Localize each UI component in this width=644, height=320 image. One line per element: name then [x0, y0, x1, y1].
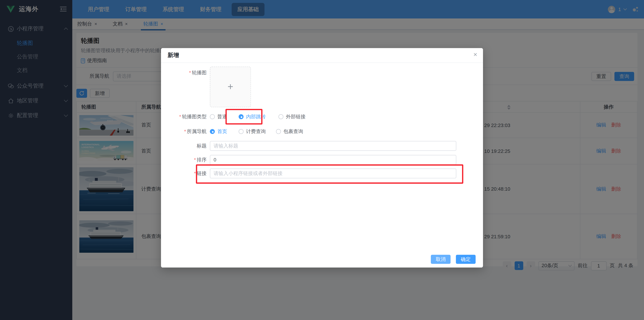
field-label: *所属导航 [161, 128, 206, 135]
required-mark: * [194, 170, 196, 176]
confirm-button[interactable]: 确定 [456, 255, 476, 264]
image-upload-box[interactable]: + [210, 67, 251, 107]
radio-checked-icon [210, 129, 215, 134]
radio-icon [239, 129, 244, 134]
radio-type-normal[interactable]: 普通 [210, 113, 227, 120]
radio-type-internal[interactable]: 内部跳转 [239, 113, 266, 120]
radio-icon [276, 129, 281, 134]
link-input[interactable] [210, 168, 456, 178]
dialog-header: 新增 [161, 48, 483, 63]
form-row-nav: *所属导航 首页 计费查询 包裹查询 [161, 127, 310, 136]
radio-nav-billing[interactable]: 计费查询 [239, 128, 266, 135]
form-row-image: *轮播图 + [161, 67, 251, 107]
app-root: 运海外 小程序管理 轮播图 公告管理 [0, 0, 644, 320]
required-mark: * [179, 114, 181, 119]
dialog-footer: 取消 确定 [431, 255, 476, 264]
dialog-title: 新增 [168, 52, 179, 59]
cancel-button[interactable]: 取消 [431, 255, 451, 264]
radio-type-external[interactable]: 外部链接 [278, 113, 306, 120]
field-label: *轮播图 [161, 70, 206, 77]
title-input[interactable] [210, 141, 456, 151]
radio-checked-icon [239, 114, 244, 119]
form-row-type: *轮播图类型 普通 内部跳转 外部链接 [161, 112, 312, 121]
field-label: *轮播图类型 [161, 113, 206, 120]
radio-nav-parcel[interactable]: 包裹查询 [276, 128, 303, 135]
radio-nav-home[interactable]: 首页 [210, 128, 227, 135]
sort-input[interactable] [210, 155, 456, 165]
radio-icon [210, 114, 215, 119]
form-row-link: *链接 [161, 168, 456, 178]
required-mark: * [184, 128, 186, 134]
radio-icon [278, 114, 283, 119]
add-dialog: 新增 × *轮播图 + *轮播图类型 普通 内部跳转 [161, 48, 483, 268]
field-label: *链接 [161, 170, 206, 177]
plus-icon: + [226, 82, 235, 92]
form-row-sort: *排序 [161, 155, 456, 165]
field-label: 标题 [161, 142, 206, 150]
close-icon[interactable]: × [474, 51, 477, 59]
field-label: *排序 [161, 156, 206, 163]
required-mark: * [189, 70, 191, 76]
required-mark: * [194, 157, 196, 162]
form-row-title: 标题 [161, 141, 456, 151]
